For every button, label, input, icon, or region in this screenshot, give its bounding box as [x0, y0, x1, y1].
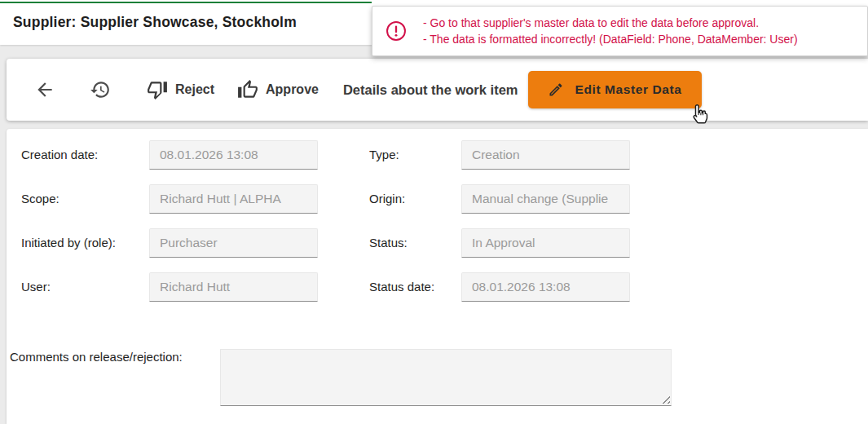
approve-label: Approve — [266, 82, 319, 97]
status-date-label: Status date: — [369, 272, 434, 302]
validation-message-2: - The data is formatted incorrectly! (Da… — [423, 31, 798, 47]
thumb-up-icon — [237, 79, 258, 100]
reject-button[interactable]: Reject — [143, 76, 218, 104]
status-label: Status: — [369, 228, 408, 258]
reject-label: Reject — [175, 82, 214, 97]
status-field — [461, 228, 630, 258]
pencil-icon — [548, 82, 564, 98]
error-icon — [385, 20, 408, 42]
toolbar: Reject Approve Details about the work it… — [7, 59, 868, 121]
work-item-details-title: Details about the work item — [343, 82, 518, 98]
initiated-by-role-label: Initiated by (role): — [21, 228, 116, 258]
initiated-by-role-field — [149, 228, 318, 258]
origin-field — [461, 184, 630, 214]
type-field — [461, 140, 630, 170]
history-icon — [90, 79, 111, 100]
status-date-field — [461, 272, 630, 302]
comments-textarea-wrapper — [220, 349, 672, 406]
origin-label: Origin: — [369, 184, 405, 214]
thumb-down-icon — [147, 79, 168, 100]
arrow-left-icon — [34, 79, 55, 100]
approve-button[interactable]: Approve — [234, 76, 322, 104]
scope-label: Scope: — [21, 184, 59, 214]
comments-textarea[interactable] — [220, 349, 672, 406]
creation-date-label: Creation date: — [21, 140, 98, 170]
validation-messages: - Go to that supplier's master data to e… — [423, 15, 798, 47]
type-label: Type: — [369, 140, 399, 170]
validation-message-1: - Go to that supplier's master data to e… — [423, 15, 798, 31]
edit-master-data-button[interactable]: Edit Master Data — [528, 71, 701, 108]
comments-label: Comments on release/rejection: — [10, 350, 183, 364]
user-label: User: — [21, 272, 51, 302]
page-title: Supplier: Supplier Showcase, Stockholm — [13, 0, 297, 45]
back-button[interactable] — [31, 76, 59, 104]
user-field — [149, 272, 318, 302]
work-item-details-panel: Creation date: Type: Scope: Origin: Init… — [7, 129, 868, 424]
scope-field — [149, 184, 318, 214]
creation-date-field — [149, 140, 318, 170]
validation-tooltip: - Go to that supplier's master data to e… — [372, 6, 868, 56]
edit-master-data-label: Edit Master Data — [575, 82, 681, 97]
history-button[interactable] — [86, 76, 114, 104]
